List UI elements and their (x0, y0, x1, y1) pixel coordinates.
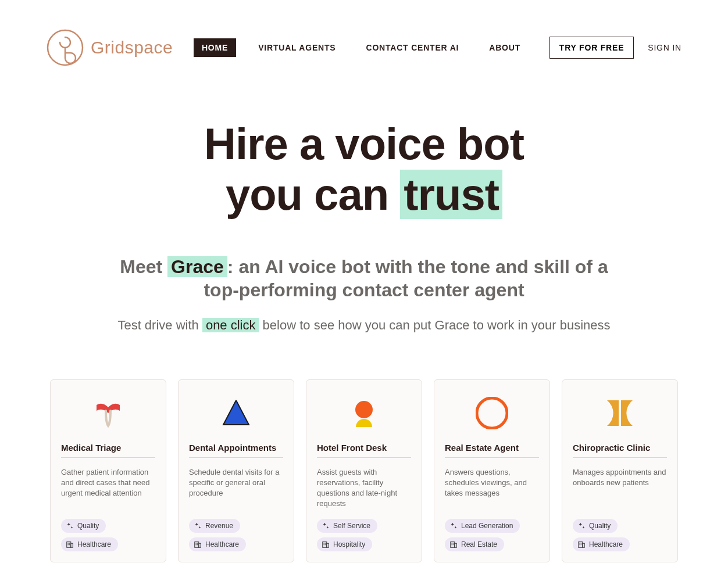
tag-hospitality: Hospitality (317, 537, 372, 551)
svg-rect-29 (583, 543, 585, 547)
header: Gridspace HOME VIRTUAL AGENTS CONTACT CE… (0, 0, 728, 89)
tag-label: Lead Generation (461, 522, 513, 530)
tag-quality: Quality (61, 519, 106, 533)
svg-rect-6 (69, 544, 70, 545)
svg-rect-23 (455, 543, 457, 547)
logo-icon (47, 29, 84, 66)
svg-rect-5 (68, 544, 69, 545)
tag-label: Hospitality (333, 540, 365, 548)
tag-label: Healthcare (205, 540, 239, 548)
hero-title: Hire a voice bot you can trust (47, 119, 681, 220)
svg-rect-16 (327, 543, 329, 547)
tag-label: Quality (589, 522, 611, 530)
tag-revenue: Revenue (189, 519, 240, 533)
logo[interactable]: Gridspace (47, 29, 173, 66)
card-desc: Assist guests with reservations, facilit… (317, 467, 411, 510)
svg-marker-7 (223, 400, 249, 425)
tag-label: Revenue (205, 522, 233, 530)
svg-rect-1 (67, 541, 71, 547)
sign-in-link[interactable]: SIGN IN (648, 43, 681, 52)
subhead-post: : an AI voice bot with the tone and skil… (204, 256, 608, 300)
tagline-highlight: one click (202, 318, 259, 332)
svg-rect-31 (581, 543, 581, 543)
svg-rect-2 (71, 543, 73, 547)
card-tags: Quality Healthcare (573, 519, 667, 551)
card-title: Hotel Front Desk (317, 443, 411, 458)
svg-rect-27 (453, 544, 454, 545)
svg-rect-19 (324, 544, 324, 545)
nav-virtual-agents[interactable]: VIRTUAL AGENTS (250, 38, 344, 57)
building-icon (577, 540, 586, 548)
tag-self-service: Self Service (317, 519, 377, 533)
tagline-post: below to see how you can put Grace to wo… (259, 318, 610, 332)
tag-healthcare: Healthcare (573, 537, 630, 551)
svg-rect-32 (580, 544, 580, 545)
realestate-icon (445, 395, 539, 431)
card-title: Dental Appointments (189, 443, 283, 458)
svg-rect-26 (452, 544, 452, 545)
svg-rect-25 (453, 543, 454, 543)
tag-label: Quality (77, 522, 99, 530)
svg-point-14 (355, 401, 373, 418)
svg-rect-24 (452, 543, 452, 543)
svg-rect-13 (197, 544, 198, 545)
chiro-icon (573, 395, 667, 431)
svg-rect-8 (195, 541, 199, 547)
hotel-icon (317, 395, 411, 431)
nav-contact-center-ai[interactable]: CONTACT CENTER AI (358, 38, 467, 57)
svg-rect-18 (325, 543, 326, 543)
card-tags: Quality Healthcare (61, 519, 155, 551)
svg-rect-17 (324, 543, 324, 543)
hero-tagline: Test drive with one click below to see h… (47, 318, 681, 333)
use-case-cards: Medical Triage Gather patient informatio… (0, 350, 728, 581)
tag-label: Self Service (333, 522, 370, 530)
tag-label: Healthcare (589, 540, 623, 548)
card-title: Real Estate Agent (445, 443, 539, 458)
svg-rect-11 (197, 543, 198, 543)
card-title: Chiropractic Clinic (573, 443, 667, 458)
hero-title-highlight: trust (400, 170, 502, 219)
tag-label: Real Estate (461, 540, 497, 548)
card-desc: Schedule dental visits for a specific or… (189, 467, 283, 510)
card-real-estate-agent[interactable]: Real Estate Agent Answers questions, sch… (434, 379, 550, 562)
sparkle-icon (577, 522, 586, 530)
card-tags: Revenue Healthcare (189, 519, 283, 551)
tag-real-estate: Real Estate (445, 537, 504, 551)
tag-lead-generation: Lead Generation (445, 519, 520, 533)
card-desc: Answers questions, schedules viewings, a… (445, 467, 539, 510)
dental-icon (189, 395, 283, 431)
header-actions: TRY FOR FREE SIGN IN (549, 37, 681, 59)
card-desc: Gather patient information and direct ca… (61, 467, 155, 510)
main-nav: HOME VIRTUAL AGENTS CONTACT CENTER AI AB… (194, 38, 529, 57)
building-icon (449, 540, 458, 548)
svg-rect-20 (325, 544, 326, 545)
tagline-pre: Test drive with (117, 318, 202, 332)
svg-rect-4 (69, 543, 70, 543)
card-desc: Manages appointments and onboards new pa… (573, 467, 667, 510)
tag-healthcare: Healthcare (61, 537, 118, 551)
card-medical-triage[interactable]: Medical Triage Gather patient informatio… (50, 379, 166, 562)
svg-rect-28 (579, 541, 583, 547)
svg-rect-3 (68, 543, 69, 543)
card-tags: Lead Generation Real Estate (445, 519, 539, 551)
svg-rect-22 (451, 541, 455, 547)
sparkle-icon (449, 522, 458, 530)
nav-about[interactable]: ABOUT (481, 38, 529, 57)
sparkle-icon (66, 522, 74, 530)
hero-subhead: Meet Grace: an AI voice bot with the ton… (108, 255, 620, 302)
building-icon (66, 540, 74, 548)
sparkle-icon (322, 522, 330, 530)
tag-label: Healthcare (77, 540, 111, 548)
subhead-pre: Meet (120, 256, 167, 277)
svg-point-21 (477, 398, 507, 428)
subhead-highlight: Grace (167, 256, 227, 277)
tag-healthcare: Healthcare (189, 537, 246, 551)
card-hotel-front-desk[interactable]: Hotel Front Desk Assist guests with rese… (306, 379, 422, 562)
brand-name: Gridspace (91, 38, 173, 58)
building-icon (322, 540, 330, 548)
try-for-free-button[interactable]: TRY FOR FREE (549, 37, 634, 59)
card-chiropractic-clinic[interactable]: Chiropractic Clinic Manages appointments… (562, 379, 678, 562)
nav-home[interactable]: HOME (194, 38, 236, 57)
sparkle-icon (194, 522, 202, 530)
card-dental-appointments[interactable]: Dental Appointments Schedule dental visi… (178, 379, 294, 562)
